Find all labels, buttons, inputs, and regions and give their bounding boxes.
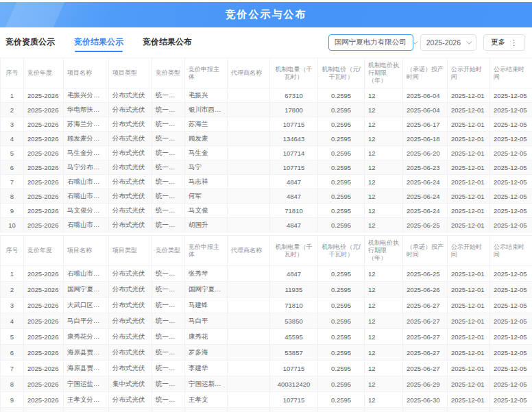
table-cell: 4847 [270, 189, 318, 204]
table-cell: 银川市西夏区... [185, 103, 228, 117]
more-options-icon: ⋮ [510, 39, 518, 47]
table-row: 92025-2026王孝文分布式...分布式光伏统一竞价王孝文1077150.2… [1, 392, 532, 408]
table-cell: 12 [365, 298, 403, 313]
table-row: 12025-2026石嘴山市平罗...分布式光伏统一竞价张秀琴48470.259… [1, 266, 532, 282]
table-cell: 6 [1, 160, 24, 175]
table-cell: 0.2595 [318, 408, 365, 412]
table-cell: 12 [365, 175, 403, 189]
table-cell: 宁国运盐池高... [64, 376, 109, 392]
column-header: 竞价类型 [152, 236, 185, 266]
table-cell [228, 132, 270, 146]
table-cell: 石嘴山市平罗... [64, 175, 109, 189]
table-cell: 2025-12-05 [490, 282, 532, 298]
company-select[interactable]: 国网宁夏电力有限公司 [328, 34, 413, 51]
table-cell: 2025-06-27 [403, 298, 448, 313]
table-cell: 2025-2026 [24, 175, 64, 189]
table-cell: 0.2595 [318, 132, 365, 146]
page-header: 竞价公示与公布 [0, 2, 532, 27]
table-cell: 2025-12-05 [490, 376, 532, 392]
table-cell: 4847 [270, 266, 318, 282]
table-cell: 国网宁夏电力... [64, 282, 109, 298]
table-cell: 石嘴山市平罗... [64, 189, 109, 204]
table-cell: 张秀琴 [185, 266, 228, 282]
table-cell [228, 313, 270, 329]
table-row: 72025-2026石嘴山市平罗...分布式光伏统一竞价马志祥48470.259… [1, 175, 532, 189]
table-row: 32025-2026大武口区长兴...分布式光伏统一竞价马建锋718100.25… [1, 298, 532, 313]
table-cell: 2025-12-01 [448, 376, 490, 392]
filter-controls: 国网宁夏电力有限公司 2025-2026 更多 ⋮ [328, 34, 525, 51]
table-cell: 分布式光伏 [109, 160, 152, 175]
column-header: 序号 [1, 236, 24, 266]
table-cell [228, 376, 270, 392]
table-cell: 3 [1, 117, 24, 132]
table-cell: 2025-12-05 [490, 146, 532, 160]
tab-bid-qualification-announcement[interactable]: 竞价资质公示 [5, 32, 55, 53]
table-cell: 2025-06-27 [403, 313, 448, 329]
table-cell: 2025-12-01 [448, 298, 490, 313]
table-cell: 107715 [270, 160, 318, 175]
table-cell: 分布式光伏 [109, 313, 152, 329]
table-cell: 2025-12-01 [448, 266, 490, 282]
table-cell: 2025-12-01 [448, 218, 490, 232]
table-cell: 12 [365, 117, 403, 132]
table-cell: 苏海兰 [185, 117, 228, 132]
table-cell: 2025-06-24 [403, 175, 448, 189]
table-cell: 10 [1, 218, 24, 232]
table-cell: 5 [1, 329, 24, 345]
table-row: 52025-2026康秀花分布式...分布式光伏统一竞价康秀花455950.25… [1, 329, 532, 345]
table-cell: 0.2595 [318, 175, 365, 189]
table-cell [228, 298, 270, 313]
table-cell: 0.2595 [318, 376, 365, 392]
column-header: 序号 [1, 58, 24, 88]
table-cell: 0.2595 [318, 88, 365, 103]
table-cell: 2025-2026 [24, 204, 64, 218]
table-cell: 2025-12-01 [448, 282, 490, 298]
table-cell: 2025-06-25 [403, 218, 448, 232]
column-header: 项目名称 [64, 58, 109, 88]
table-cell: 12 [365, 361, 403, 376]
table-cell: 53857 [270, 345, 318, 361]
table-cell: 12 [365, 282, 403, 298]
company-select-value: 国网宁夏电力有限公司 [335, 38, 407, 47]
table-cell: 2025-12-01 [448, 160, 490, 175]
table-cell [228, 117, 270, 132]
column-header: 代理商名称 [228, 58, 270, 88]
table-cell [228, 146, 270, 160]
table-cell: 0.2595 [318, 266, 365, 282]
table-cell [228, 361, 270, 376]
more-button-label: 更多 [491, 38, 505, 47]
table-cell: 集中式光伏 [109, 408, 152, 412]
table-cell: 2025-2026 [24, 329, 64, 345]
table-cell: 2025-2026 [24, 361, 64, 376]
table-cell: 2025-06-20 [403, 146, 448, 160]
tab-group: 竞价资质公示 竞价结果公示 竞价结果公布 [5, 32, 192, 53]
table-cell: 2025-12-01 [448, 88, 490, 103]
table-cell: 2025-12-05 [490, 313, 532, 329]
column-header: 代理商名称 [228, 236, 270, 266]
table-cell: 12 [365, 88, 403, 103]
table-cell: 2 [1, 282, 24, 298]
table-row: 22025-2026国网宁夏电力...分布式光伏统一竞价国网宁夏电力...119… [1, 282, 532, 298]
table-cell: 0.2595 [318, 146, 365, 160]
table-cell [228, 392, 270, 408]
table-header-row: 序号竞价年度项目名称项目类型竞价类型竞价申报主体代理商名称机制电量（千瓦时）机制… [1, 236, 532, 266]
table-cell: 罗多海 [185, 345, 228, 361]
table-cell: 统一竞价 [152, 376, 185, 392]
more-button[interactable]: 更多 ⋮ [483, 34, 525, 51]
table-cell: 4847 [270, 218, 318, 232]
table-cell: 2025-06-30 [403, 392, 448, 408]
table-cell: 2025-06-24 [403, 189, 448, 204]
table-cell: 宁国运新能源(... [185, 376, 228, 392]
year-select[interactable]: 2025-2026 [420, 34, 476, 51]
table-cell: 12 [365, 160, 403, 175]
table-cell: 12 [365, 218, 403, 232]
tab-bid-result-announcement[interactable]: 竞价结果公示 [74, 32, 123, 53]
table-cell: 分布式光伏 [109, 361, 152, 376]
table-cell: 2025-12-01 [448, 329, 490, 345]
table-cell: 12 [365, 132, 403, 146]
table-cell: 1 [1, 88, 24, 103]
column-header: 竞价申报主体 [185, 236, 228, 266]
column-header: 项目类型 [109, 236, 152, 266]
tab-bid-result-publication[interactable]: 竞价结果公布 [143, 32, 192, 53]
table-cell: 12 [365, 392, 403, 408]
